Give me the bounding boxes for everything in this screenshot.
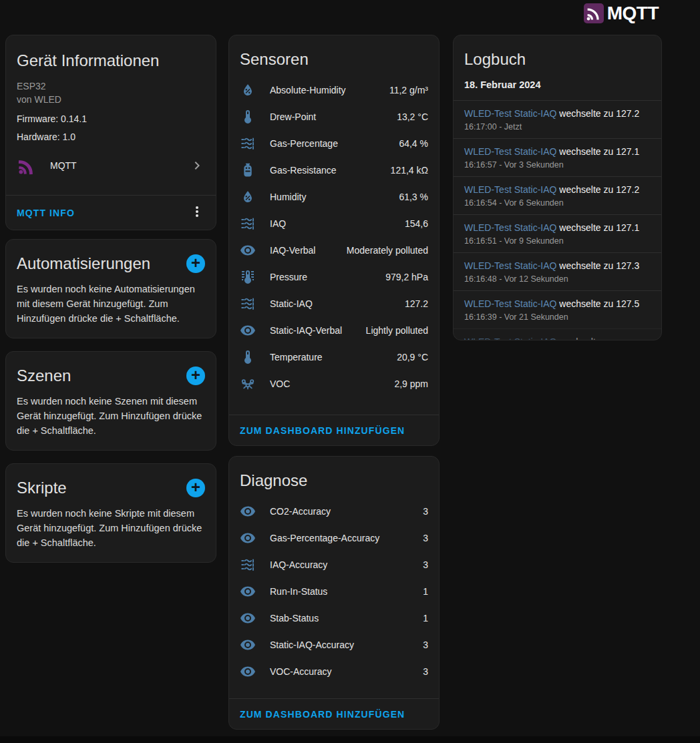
logbook-entry-time: 16:16:54 - Vor 6 Sekunden xyxy=(464,198,651,208)
entity-row[interactable]: Gas-Resistance121,4 kΩ xyxy=(229,157,439,184)
logbook-entry: WLED-Test Static-IAQ wechselte zu 127.21… xyxy=(454,176,661,214)
entity-row[interactable]: IAQ-Accuracy3 xyxy=(229,551,439,578)
add-automation-button[interactable] xyxy=(186,254,205,273)
entity-row[interactable]: Gas-Percentage64,4 % xyxy=(229,130,439,157)
entity-value: Moderately polluted xyxy=(347,245,428,256)
air-filter-icon xyxy=(240,216,256,232)
logbook-entry-message: wechselte zu 127.2 xyxy=(559,184,639,195)
entity-name: Static-IAQ-Accuracy xyxy=(270,640,417,650)
entity-name: Pressure xyxy=(270,272,380,282)
logbook-entity-link[interactable]: WLED-Test Static-IAQ xyxy=(464,336,556,340)
entity-value: 64,4 % xyxy=(399,138,428,149)
entity-row[interactable]: Stab-Status1 xyxy=(229,605,439,632)
diagnostics-card-footer: ZUM DASHBOARD HINZUFÜGEN xyxy=(229,698,439,729)
mqtt-connection-row[interactable]: MQTT xyxy=(17,155,205,176)
entity-value: 3 xyxy=(423,559,428,570)
entity-value: 979,2 hPa xyxy=(385,272,428,282)
add-scene-button[interactable] xyxy=(186,366,205,385)
entity-name: Gas-Resistance xyxy=(270,165,385,176)
thermometer-icon xyxy=(240,109,256,125)
logbook-date-header: 18. Februar 2024 xyxy=(454,70,661,100)
entity-name: Drew-Point xyxy=(270,111,391,122)
add-sensors-to-dashboard-button[interactable]: ZUM DASHBOARD HINZUFÜGEN xyxy=(240,425,405,436)
entity-name: CO2-Accuracy xyxy=(270,506,417,517)
eye-icon xyxy=(240,637,256,653)
more-options-button[interactable] xyxy=(188,204,206,222)
logbook-entry-time: 16:16:48 - Vor 12 Sekunden xyxy=(464,274,651,284)
entity-value: 13,2 °C xyxy=(397,111,428,122)
entity-value: 3 xyxy=(423,666,428,677)
entity-value: 2,9 ppm xyxy=(394,379,428,389)
entity-row[interactable]: Static-IAQ127.2 xyxy=(229,290,439,317)
entity-row[interactable]: CO2-Accuracy3 xyxy=(229,498,439,525)
logbook-entry-text: WLED-Test Static-IAQ wechselte zu 127.2 xyxy=(464,183,651,196)
eye-icon xyxy=(240,583,256,599)
logbook-entity-link[interactable]: WLED-Test Static-IAQ xyxy=(464,184,556,195)
device-hardware: Hardware: 1.0 xyxy=(17,132,205,142)
eye-icon xyxy=(240,664,256,680)
eye-icon xyxy=(240,530,256,546)
entity-row[interactable]: Static-IAQ-VerbalLightly polluted xyxy=(229,317,439,344)
scripts-title: Skripte xyxy=(17,479,67,497)
mqtt-info-button[interactable]: MQTT INFO xyxy=(17,208,75,218)
add-diagnostics-to-dashboard-button[interactable]: ZUM DASHBOARD HINZUFÜGEN xyxy=(240,709,405,720)
logbook-card: Logbuch 18. Februar 2024 WLED-Test Stati… xyxy=(453,35,662,340)
entity-row[interactable]: Run-In-Status1 xyxy=(229,578,439,605)
entity-name: Temperature xyxy=(270,352,391,362)
logbook-entry-text: WLED-Test Static-IAQ wechselte zu 127.5 xyxy=(464,297,651,310)
entity-value: 20,9 °C xyxy=(397,352,428,362)
air-filter-icon xyxy=(240,136,256,152)
entity-row[interactable]: Drew-Point13,2 °C xyxy=(229,103,439,130)
entity-value: 1 xyxy=(423,613,428,624)
logbook-entry-time: 16:16:39 - Vor 21 Sekunden xyxy=(464,312,651,322)
logbook-entity-link[interactable]: WLED-Test Static-IAQ xyxy=(464,298,556,309)
air-filter-icon xyxy=(240,557,256,573)
logbook-entry-text: WLED-Test Static-IAQ wechselte zu xyxy=(464,335,651,340)
device-model: ESP32 xyxy=(17,79,205,93)
entity-row[interactable]: VOC2,9 ppm xyxy=(229,370,439,397)
entity-row[interactable]: Absolute-Humidity11,2 g/m³ xyxy=(229,77,439,103)
sensors-title: Sensoren xyxy=(240,50,309,69)
logbook-entry-message: wechselte zu 127.1 xyxy=(559,222,639,233)
entity-row[interactable]: Humidity61,3 % xyxy=(229,184,439,210)
entity-row[interactable]: IAQ154,6 xyxy=(229,210,439,237)
thermometer-icon xyxy=(240,349,256,365)
logbook-entry-message: wechselte zu 127.3 xyxy=(559,260,639,271)
water-percent-icon xyxy=(240,189,256,205)
entity-row[interactable]: Temperature20,9 °C xyxy=(229,344,439,370)
mqtt-connection-label: MQTT xyxy=(50,160,189,171)
dots-vertical-icon xyxy=(189,204,205,220)
logbook-entity-link[interactable]: WLED-Test Static-IAQ xyxy=(464,260,556,271)
thermometer-lines-icon xyxy=(240,269,256,285)
automations-title: Automatisierungen xyxy=(17,254,150,273)
logbook-entity-link[interactable]: WLED-Test Static-IAQ xyxy=(464,146,556,157)
entity-row[interactable]: Gas-Percentage-Accuracy3 xyxy=(229,525,439,551)
entity-name: Absolute-Humidity xyxy=(270,85,384,95)
logbook-entries: WLED-Test Static-IAQ wechselte zu 127.21… xyxy=(454,100,661,340)
entity-name: Run-In-Status xyxy=(270,586,417,597)
entity-row[interactable]: Pressure979,2 hPa xyxy=(229,264,439,290)
logbook-entry: WLED-Test Static-IAQ wechselte zu 127.11… xyxy=(454,138,661,176)
entity-name: Humidity xyxy=(270,192,393,202)
entity-name: VOC xyxy=(270,379,389,389)
entity-row[interactable]: VOC-Accuracy3 xyxy=(229,658,439,685)
scripts-empty-text: Es wurden noch keine Skripte mit diesem … xyxy=(6,497,216,562)
logbook-entry-message: wechselte zu xyxy=(559,336,613,340)
entity-row[interactable]: IAQ-VerbalModerately polluted xyxy=(229,237,439,264)
device-card-footer: MQTT INFO xyxy=(6,195,216,230)
logbook-entity-link[interactable]: WLED-Test Static-IAQ xyxy=(464,108,556,119)
device-firmware: Firmware: 0.14.1 xyxy=(17,113,205,124)
eye-icon xyxy=(240,242,256,258)
entity-value: 61,3 % xyxy=(399,192,428,202)
entity-value: 154,6 xyxy=(405,218,428,229)
logbook-entry: WLED-Test Static-IAQ wechselte zu 127.51… xyxy=(454,290,661,328)
logbook-entry-text: WLED-Test Static-IAQ wechselte zu 127.1 xyxy=(464,221,651,234)
molecule-icon xyxy=(240,376,256,392)
add-script-button[interactable] xyxy=(186,479,205,497)
mqtt-signal-square-icon xyxy=(584,3,604,23)
entity-row[interactable]: Static-IAQ-Accuracy3 xyxy=(229,632,439,658)
mqtt-logo-text: MQTT xyxy=(607,3,659,24)
logbook-entity-link[interactable]: WLED-Test Static-IAQ xyxy=(464,222,556,233)
logbook-entry-text: WLED-Test Static-IAQ wechselte zu 127.1 xyxy=(464,145,651,158)
logbook-entry-text: WLED-Test Static-IAQ wechselte zu 127.3 xyxy=(464,259,651,272)
